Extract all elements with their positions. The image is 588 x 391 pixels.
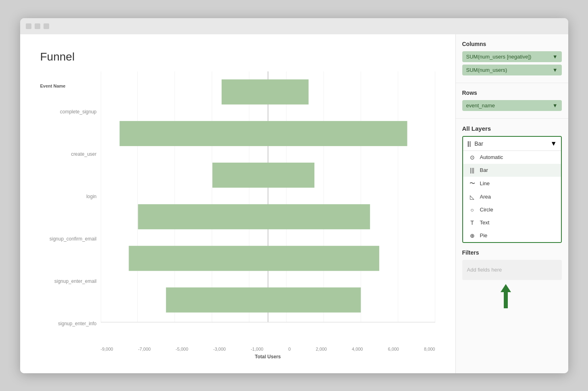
x-tick-9: 6,000 xyxy=(388,347,399,351)
x-tick-5: -1,000 xyxy=(251,347,263,351)
layer-select-header[interactable]: ‖| Bar ▼ xyxy=(463,137,561,151)
col1-arrow-icon: ▼ xyxy=(553,54,558,60)
chart-svg xyxy=(101,71,435,345)
bar-icon: ||| xyxy=(469,167,476,174)
y-labels: Event Name complete_signup create_user l… xyxy=(40,71,101,361)
row1-arrow-icon: ▼ xyxy=(553,102,558,109)
bar-signup-enter-info-pos xyxy=(268,287,361,312)
bar-signup-enter-info-neg xyxy=(166,287,268,312)
filters-placeholder[interactable]: Add fields here xyxy=(462,260,562,280)
x-axis: -9,000 -7,000 -5,000 -3,000 -1,000 0 2,0… xyxy=(101,345,435,361)
bar-login-neg xyxy=(212,163,268,188)
col1-label: SUM(num_users [negative]) xyxy=(466,54,532,60)
green-arrow-svg xyxy=(500,284,512,308)
dropdown-item-circle[interactable]: ○ Circle xyxy=(463,203,561,216)
y-label-complete-signup: complete_signup xyxy=(40,91,97,133)
x-tick-6: 0 xyxy=(288,347,291,351)
x-tick-1: -9,000 xyxy=(101,347,113,351)
col2-label: SUM(num_users) xyxy=(466,67,507,73)
x-tick-8: 4,000 xyxy=(352,347,363,351)
dropdown-item-bar[interactable]: ||| Bar xyxy=(463,164,561,177)
columns-title: Columns xyxy=(462,41,562,47)
chart-inner: Event Name complete_signup create_user l… xyxy=(40,71,435,361)
dropdown-item-area-label: Area xyxy=(480,194,491,200)
rows-title: Rows xyxy=(462,90,562,96)
bar-create-user-pos xyxy=(268,121,407,146)
bar-signup-confirm-pos xyxy=(268,204,370,229)
dropdown-item-text[interactable]: T Text xyxy=(463,216,561,229)
filters-section: Filters Add fields here xyxy=(456,243,568,319)
y-label-login: login xyxy=(40,176,97,218)
titlebar-btn-2[interactable] xyxy=(35,23,40,29)
dropdown-item-text-label: Text xyxy=(480,220,490,226)
titlebar-btn-1[interactable] xyxy=(26,23,31,29)
filters-placeholder-text: Add fields here xyxy=(467,267,502,273)
bar-login-pos xyxy=(268,163,314,188)
titlebar xyxy=(20,18,568,34)
automatic-icon: ⊙ xyxy=(469,154,476,161)
col2-select[interactable]: SUM(num_users) ▼ xyxy=(462,65,562,75)
x-axis-label: Total Users xyxy=(101,354,435,360)
x-tick-10: 8,000 xyxy=(424,347,435,351)
layer-select-header-content: ‖| Bar xyxy=(467,140,483,147)
circle-icon: ○ xyxy=(469,207,476,213)
dropdown-item-line[interactable]: 〜 Line xyxy=(463,177,561,190)
y-axis-title: Event Name xyxy=(40,84,97,88)
x-tick-4: -3,000 xyxy=(213,347,226,351)
rows-section: Rows event_name ▼ xyxy=(456,83,568,119)
all-layers-section: All Layers ‖| Bar ▼ ⊙ Automatic xyxy=(456,119,568,243)
col2-arrow-icon: ▼ xyxy=(553,67,558,73)
titlebar-btn-3[interactable] xyxy=(44,23,49,29)
layer-dropdown-arrow-icon: ▼ xyxy=(551,140,557,147)
layer-select-value: Bar xyxy=(474,140,483,147)
bar-complete-signup-pos xyxy=(268,79,309,104)
pie-icon: ⊕ xyxy=(469,232,476,239)
columns-section: Columns SUM(num_users [negative]) ▼ SUM(… xyxy=(456,34,568,83)
all-layers-title: All Layers xyxy=(462,125,562,132)
arrow-indicator xyxy=(462,284,562,312)
content-area: Funnel Event Name complete_signup create… xyxy=(20,34,568,373)
dropdown-item-automatic-label: Automatic xyxy=(480,154,503,160)
row1-label: event_name xyxy=(466,102,495,109)
area-icon: ◺ xyxy=(469,194,476,200)
dropdown-item-pie[interactable]: ⊕ Pie xyxy=(463,229,561,242)
line-icon: 〜 xyxy=(469,180,476,187)
y-label-signup-enter-email: signup_enter_email xyxy=(40,260,97,303)
chart-area: Event Name complete_signup create_user l… xyxy=(40,71,435,361)
text-icon: T xyxy=(469,220,476,226)
x-tick-2: -7,000 xyxy=(138,347,151,351)
chart-body: -9,000 -7,000 -5,000 -3,000 -1,000 0 2,0… xyxy=(101,71,435,361)
y-label-signup-confirm: signup_confirm_email xyxy=(40,218,97,260)
bar-complete-signup-neg xyxy=(221,79,268,104)
layer-select-box: ‖| Bar ▼ ⊙ Automatic ||| Bar xyxy=(462,136,562,243)
y-label-create-user: create_user xyxy=(40,133,97,176)
dropdown-item-bar-label: Bar xyxy=(480,167,488,173)
right-panel: Columns SUM(num_users [negative]) ▼ SUM(… xyxy=(455,34,568,373)
bar-signup-enter-email-pos xyxy=(268,246,379,271)
filters-title: Filters xyxy=(462,249,562,256)
row1-select[interactable]: event_name ▼ xyxy=(462,100,562,111)
x-tick-7: 2,000 xyxy=(316,347,327,351)
app-window: Funnel Event Name complete_signup create… xyxy=(20,18,568,373)
dropdown-item-automatic[interactable]: ⊙ Automatic xyxy=(463,151,561,164)
x-ticks: -9,000 -7,000 -5,000 -3,000 -1,000 0 2,0… xyxy=(101,345,435,352)
chart-title: Funnel xyxy=(40,50,435,63)
dropdown-item-pie-label: Pie xyxy=(480,232,488,238)
dropdown-item-line-label: Line xyxy=(480,180,490,186)
dropdown-item-circle-label: Circle xyxy=(480,207,493,213)
layer-dropdown-menu: ⊙ Automatic ||| Bar 〜 Line ◺ xyxy=(463,151,561,242)
col1-select[interactable]: SUM(num_users [negative]) ▼ xyxy=(462,51,562,62)
bar-chart-icon: ‖| xyxy=(467,140,472,147)
bar-signup-enter-email-neg xyxy=(129,246,268,271)
bar-signup-confirm-neg xyxy=(138,204,268,229)
bar-create-user-neg xyxy=(119,121,268,146)
y-label-signup-enter-info: signup_enter_info xyxy=(40,303,97,345)
dropdown-item-area[interactable]: ◺ Area xyxy=(463,190,561,203)
x-tick-3: -5,000 xyxy=(176,347,188,351)
svg-marker-12 xyxy=(501,284,511,308)
main-panel: Funnel Event Name complete_signup create… xyxy=(20,34,455,373)
